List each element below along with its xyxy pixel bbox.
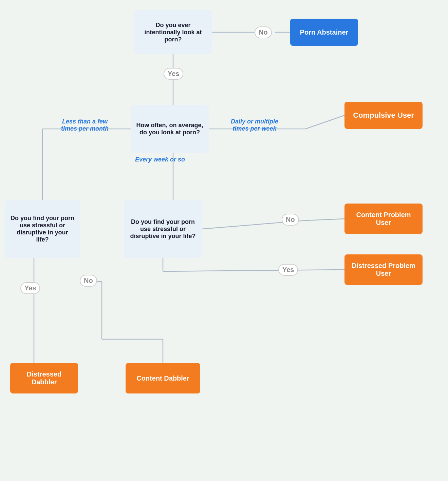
result-distressed-problem-user: Distressed Problem User [344,254,423,285]
result-porn-abstainer: Porn Abstainer [290,19,358,46]
question-2: How often, on average, do you look at po… [131,105,209,153]
question-1: Do you ever intentionally look at porn? [134,10,212,54]
question-3-left: Do you find your porn use stressful or d… [5,200,80,258]
yes-label-mid-bottom: Yes [278,264,298,276]
yes-label-top: Yes [164,68,183,80]
svg-line-6 [305,115,344,129]
result-distressed-dabbler: Distressed Dabbler [10,363,78,393]
daily-label: Daily or multipletimes per week [214,118,295,132]
no-label-mid: No [282,214,299,226]
every-week-label: Every week or so [135,156,185,163]
no-label-top: No [255,26,272,38]
result-content-dabbler: Content Dabbler [126,363,200,393]
result-content-problem-user: Content Problem User [344,204,423,234]
yes-label-left-bottom: Yes [20,282,40,294]
question-3-mid: Do you find your porn use stressful or d… [124,200,202,258]
flowchart: Do you ever intentionally look at porn? … [0,0,448,481]
no-label-left-bottom: No [80,275,97,287]
result-compulsive-user: Compulsive User [344,102,423,129]
less-than-label: Less than a fewtimes per month [48,118,122,132]
svg-line-11 [163,270,344,271]
svg-line-9 [305,219,344,220]
